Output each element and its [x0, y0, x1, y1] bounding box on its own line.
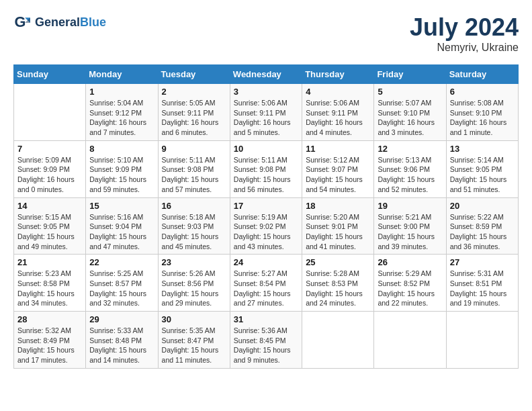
- day-info: Sunrise: 5:10 AM Sunset: 9:09 PM Dayligh…: [89, 155, 154, 195]
- calendar-cell: [14, 84, 86, 141]
- day-info: Sunrise: 5:26 AM Sunset: 8:56 PM Dayligh…: [162, 269, 226, 308]
- calendar-cell: 23Sunrise: 5:26 AM Sunset: 8:56 PM Dayli…: [158, 255, 230, 312]
- day-info: Sunrise: 5:32 AM Sunset: 8:49 PM Dayligh…: [17, 326, 82, 365]
- day-info: Sunrise: 5:27 AM Sunset: 8:54 PM Dayligh…: [234, 269, 298, 308]
- weekday-header-monday: Monday: [86, 65, 158, 84]
- day-number: 28: [17, 314, 82, 324]
- day-info: Sunrise: 5:31 AM Sunset: 8:51 PM Dayligh…: [450, 269, 515, 308]
- calendar-cell: 28Sunrise: 5:32 AM Sunset: 8:49 PM Dayli…: [14, 312, 86, 369]
- title-block: July 2024 Nemyriv, Ukraine: [410, 13, 519, 54]
- day-info: Sunrise: 5:28 AM Sunset: 8:53 PM Dayligh…: [306, 269, 370, 308]
- weekday-header-saturday: Saturday: [446, 65, 518, 84]
- day-info: Sunrise: 5:36 AM Sunset: 8:45 PM Dayligh…: [234, 326, 298, 365]
- day-info: Sunrise: 5:08 AM Sunset: 9:10 PM Dayligh…: [450, 98, 515, 138]
- day-number: 8: [89, 144, 154, 154]
- weekday-header-row: SundayMondayTuesdayWednesdayThursdayFrid…: [14, 65, 519, 84]
- calendar-cell: 16Sunrise: 5:18 AM Sunset: 9:03 PM Dayli…: [158, 197, 230, 255]
- day-info: Sunrise: 5:23 AM Sunset: 8:58 PM Dayligh…: [17, 269, 82, 308]
- calendar-cell: 29Sunrise: 5:33 AM Sunset: 8:48 PM Dayli…: [86, 312, 158, 369]
- day-info: Sunrise: 5:09 AM Sunset: 9:09 PM Dayligh…: [17, 155, 82, 195]
- day-number: 1: [89, 87, 154, 97]
- day-info: Sunrise: 5:06 AM Sunset: 9:11 PM Dayligh…: [306, 98, 370, 138]
- calendar-cell: 9Sunrise: 5:11 AM Sunset: 9:08 PM Daylig…: [158, 140, 230, 197]
- day-number: 17: [234, 201, 298, 211]
- calendar-cell: 31Sunrise: 5:36 AM Sunset: 8:45 PM Dayli…: [230, 312, 302, 369]
- weekday-header-sunday: Sunday: [14, 65, 86, 84]
- day-info: Sunrise: 5:13 AM Sunset: 9:06 PM Dayligh…: [378, 155, 442, 195]
- svg-text:G: G: [15, 13, 26, 30]
- calendar-table: SundayMondayTuesdayWednesdayThursdayFrid…: [13, 64, 519, 369]
- calendar-cell: 2Sunrise: 5:05 AM Sunset: 9:11 PM Daylig…: [158, 84, 230, 141]
- week-row-5: 28Sunrise: 5:32 AM Sunset: 8:49 PM Dayli…: [14, 312, 519, 369]
- day-number: 30: [162, 314, 226, 324]
- day-number: 14: [17, 201, 82, 211]
- day-number: 12: [378, 144, 442, 154]
- day-info: Sunrise: 5:21 AM Sunset: 9:00 PM Dayligh…: [378, 212, 442, 252]
- day-number: 24: [234, 257, 298, 267]
- calendar-cell: 6Sunrise: 5:08 AM Sunset: 9:10 PM Daylig…: [446, 84, 518, 141]
- calendar-cell: [374, 312, 446, 369]
- calendar-cell: 14Sunrise: 5:15 AM Sunset: 9:05 PM Dayli…: [14, 197, 86, 255]
- day-number: 31: [234, 314, 298, 324]
- day-number: 3: [234, 87, 298, 97]
- weekday-header-tuesday: Tuesday: [158, 65, 230, 84]
- day-number: 2: [162, 87, 226, 97]
- day-number: 21: [17, 257, 82, 267]
- day-info: Sunrise: 5:22 AM Sunset: 8:59 PM Dayligh…: [450, 212, 515, 252]
- weekday-header-thursday: Thursday: [302, 65, 374, 84]
- weekday-header-wednesday: Wednesday: [230, 65, 302, 84]
- week-row-2: 7Sunrise: 5:09 AM Sunset: 9:09 PM Daylig…: [14, 140, 519, 197]
- page-header: G GeneralBlue July 2024 Nemyriv, Ukraine: [13, 13, 519, 54]
- day-number: 23: [162, 257, 226, 267]
- calendar-cell: 4Sunrise: 5:06 AM Sunset: 9:11 PM Daylig…: [302, 84, 374, 141]
- day-number: 4: [306, 87, 370, 97]
- calendar-cell: 30Sunrise: 5:35 AM Sunset: 8:47 PM Dayli…: [158, 312, 230, 369]
- day-info: Sunrise: 5:05 AM Sunset: 9:11 PM Dayligh…: [162, 98, 226, 138]
- day-info: Sunrise: 5:19 AM Sunset: 9:02 PM Dayligh…: [234, 212, 298, 252]
- calendar-cell: 18Sunrise: 5:20 AM Sunset: 9:01 PM Dayli…: [302, 197, 374, 255]
- day-number: 25: [306, 257, 370, 267]
- week-row-1: 1Sunrise: 5:04 AM Sunset: 9:12 PM Daylig…: [14, 84, 519, 141]
- calendar-cell: 12Sunrise: 5:13 AM Sunset: 9:06 PM Dayli…: [374, 140, 446, 197]
- day-number: 16: [162, 201, 226, 211]
- day-number: 5: [378, 87, 442, 97]
- day-info: Sunrise: 5:16 AM Sunset: 9:04 PM Dayligh…: [89, 212, 154, 252]
- calendar-cell: 26Sunrise: 5:29 AM Sunset: 8:52 PM Dayli…: [374, 255, 446, 312]
- day-number: 10: [234, 144, 298, 154]
- day-info: Sunrise: 5:04 AM Sunset: 9:12 PM Dayligh…: [89, 98, 154, 138]
- day-info: Sunrise: 5:07 AM Sunset: 9:10 PM Dayligh…: [378, 98, 442, 138]
- calendar-cell: 21Sunrise: 5:23 AM Sunset: 8:58 PM Dayli…: [14, 255, 86, 312]
- calendar-cell: 15Sunrise: 5:16 AM Sunset: 9:04 PM Dayli…: [86, 197, 158, 255]
- day-number: 20: [450, 201, 515, 211]
- day-number: 29: [89, 314, 154, 324]
- logo-name: GeneralBlue: [35, 16, 106, 30]
- day-info: Sunrise: 5:18 AM Sunset: 9:03 PM Dayligh…: [162, 212, 226, 252]
- calendar-cell: 27Sunrise: 5:31 AM Sunset: 8:51 PM Dayli…: [446, 255, 518, 312]
- day-info: Sunrise: 5:12 AM Sunset: 9:07 PM Dayligh…: [306, 155, 370, 195]
- day-info: Sunrise: 5:29 AM Sunset: 8:52 PM Dayligh…: [378, 269, 442, 308]
- calendar-cell: 13Sunrise: 5:14 AM Sunset: 9:05 PM Dayli…: [446, 140, 518, 197]
- calendar-cell: 5Sunrise: 5:07 AM Sunset: 9:10 PM Daylig…: [374, 84, 446, 141]
- calendar-cell: 1Sunrise: 5:04 AM Sunset: 9:12 PM Daylig…: [86, 84, 158, 141]
- calendar-cell: 3Sunrise: 5:06 AM Sunset: 9:11 PM Daylig…: [230, 84, 302, 141]
- calendar-cell: 17Sunrise: 5:19 AM Sunset: 9:02 PM Dayli…: [230, 197, 302, 255]
- location-subtitle: Nemyriv, Ukraine: [410, 42, 519, 54]
- day-number: 22: [89, 257, 154, 267]
- day-number: 27: [450, 257, 515, 267]
- weekday-header-friday: Friday: [374, 65, 446, 84]
- calendar-cell: 22Sunrise: 5:25 AM Sunset: 8:57 PM Dayli…: [86, 255, 158, 312]
- calendar-cell: 20Sunrise: 5:22 AM Sunset: 8:59 PM Dayli…: [446, 197, 518, 255]
- day-info: Sunrise: 5:35 AM Sunset: 8:47 PM Dayligh…: [162, 326, 226, 365]
- day-info: Sunrise: 5:25 AM Sunset: 8:57 PM Dayligh…: [89, 269, 154, 308]
- calendar-cell: [302, 312, 374, 369]
- calendar-cell: 7Sunrise: 5:09 AM Sunset: 9:09 PM Daylig…: [14, 140, 86, 197]
- day-number: 19: [378, 201, 442, 211]
- day-number: 13: [450, 144, 515, 154]
- calendar-cell: 10Sunrise: 5:11 AM Sunset: 9:08 PM Dayli…: [230, 140, 302, 197]
- day-info: Sunrise: 5:14 AM Sunset: 9:05 PM Dayligh…: [450, 155, 515, 195]
- day-number: 6: [450, 87, 515, 97]
- calendar-cell: 24Sunrise: 5:27 AM Sunset: 8:54 PM Dayli…: [230, 255, 302, 312]
- day-number: 11: [306, 144, 370, 154]
- logo-icon: G: [13, 13, 32, 32]
- calendar-cell: 19Sunrise: 5:21 AM Sunset: 9:00 PM Dayli…: [374, 197, 446, 255]
